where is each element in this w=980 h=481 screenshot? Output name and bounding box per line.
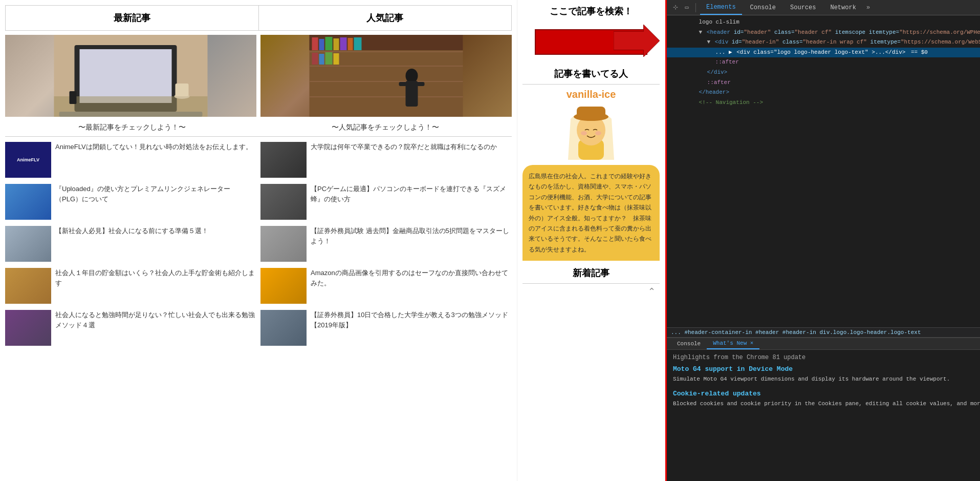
tab-console[interactable]: Console	[744, 0, 782, 15]
article-item[interactable]: 【証券外務員試験 過去問】金融商品取引法の5択問題をマスターしよう！	[260, 226, 512, 262]
articles-two-col: AnimeFLVAnimeFLVは閉鎖してない！見れない時の対処法をお伝えします…	[5, 142, 512, 352]
tree-line-header-close[interactable]: </header>	[667, 88, 980, 98]
article-item[interactable]: 【PCゲームに最適】パソコンのキーボードを連打できる『スズメ蜂』の使い方	[260, 184, 512, 220]
devtools-body: logo cl-slim ▼ <header id="header" class…	[667, 15, 980, 327]
article-item[interactable]: 【新社会人必見】社会人になる前にする準備５選！	[5, 226, 256, 262]
more-tabs-icon[interactable]: »	[866, 4, 870, 11]
devtools-topbar: ⊹ ▭ Elements Console Sources Network » 4…	[667, 0, 980, 15]
article-thumb-shinshakaijin	[5, 226, 51, 262]
svg-rect-19	[348, 38, 353, 50]
article-title: 『Uploaded』の使い方とプレミアムリンクジェネレーター（PLG）について	[55, 184, 256, 204]
captions-row: 〜最新記事をチェックしよう！〜 〜人気記事をチェックしよう！〜	[5, 123, 512, 137]
article-thumb-savings	[5, 268, 51, 304]
article-thumb-study	[5, 310, 51, 346]
scroll-up-icon[interactable]: ⌃	[648, 286, 656, 297]
latest-caption: 〜最新記事をチェックしよう！〜	[5, 123, 258, 132]
tab-network[interactable]: Network	[824, 0, 862, 15]
elements-tree-panel: logo cl-slim ▼ <header id="header" class…	[667, 15, 980, 327]
whats-new-content: Highlights from the Chrome 81 update Mot…	[667, 350, 980, 481]
article-thumb-amazon	[260, 268, 307, 304]
article-thumb-shokennews	[260, 310, 307, 346]
article-thumb-finance-exam	[260, 226, 307, 262]
tree-line-logo[interactable]: logo cl-slim	[667, 17, 980, 28]
article-item[interactable]: 『Uploaded』の使い方とプレミアムリンクジェネレーター（PLG）について	[5, 184, 256, 220]
tree-line-div-close[interactable]: </div>	[667, 68, 980, 78]
tree-line-header-in[interactable]: ▼ <div id="header-in" class="header-in w…	[667, 37, 980, 48]
bottom-tab-bar: Console What's New × ×	[667, 338, 980, 350]
article-title: 大学院は何年で卒業できるの？院卒だと就職は有利になるのか	[311, 142, 497, 152]
svg-rect-4	[54, 96, 208, 117]
svg-rect-10	[310, 51, 463, 52]
article-item[interactable]: 大学院は何年で卒業できるの？院卒だと就職は有利になるのか	[260, 142, 512, 178]
bottom-tab-console[interactable]: Console	[671, 339, 707, 349]
tree-line-after2[interactable]: ::after	[667, 78, 980, 88]
top-categories: 最新記事 人気記事	[5, 5, 512, 31]
tree-line-header[interactable]: ▼ <header id="header" class="header cf" …	[667, 28, 980, 38]
article-item[interactable]: 社会人になると勉強時間が足りない？忙しい社会人でも出来る勉強メソッド４選	[5, 310, 256, 346]
middle-panel: ここで記事を検索！ 記事を書いてる人 vanilla-ice	[517, 0, 665, 481]
article-title: 【PCゲームに最適】パソコンのキーボードを連打できる『スズメ蜂』の使い方	[311, 184, 512, 204]
svg-marker-29	[614, 25, 660, 57]
svg-point-25	[406, 69, 418, 83]
tree-line-after1[interactable]: ::after	[667, 57, 980, 68]
bottom-tab-whatsnew[interactable]: What's New ×	[707, 338, 759, 349]
news-item-2: Cookie-related updates Blocked cookies a…	[673, 390, 980, 408]
news-desc-2: Blocked cookies and cookie priority in t…	[673, 400, 980, 408]
new-articles-label: 新着記事	[522, 267, 660, 284]
author-avatar-container	[522, 103, 660, 162]
search-section-label: ここで記事を検索！	[522, 5, 660, 17]
svg-rect-16	[325, 37, 333, 50]
svg-rect-13	[310, 96, 463, 97]
svg-rect-11	[310, 66, 463, 67]
author-card: 広島県在住の社会人。これまでの経験や好きなものを活かし、資格関連や、スマホ・パソ…	[522, 165, 660, 261]
news-item-1: Moto G4 support in Device Mode Simulate …	[673, 365, 980, 384]
svg-rect-21	[312, 53, 318, 65]
author-avatar-svg	[565, 103, 617, 160]
search-arrow-area	[522, 22, 660, 62]
article-item[interactable]: 【証券外務員】10日で合格した大学生が教える3つの勉強メソッド【2019年版】	[260, 310, 512, 346]
svg-rect-2	[80, 49, 172, 103]
devtools-panel: ⊹ ▭ Elements Console Sources Network » 4…	[665, 0, 980, 481]
svg-rect-20	[354, 37, 362, 50]
tree-line-nav-comment[interactable]: <!-- Navigation -->	[667, 98, 980, 108]
bottom-panel: Console What's New × × Highlights from t…	[667, 338, 980, 481]
tab-elements[interactable]: Elements	[700, 0, 742, 15]
svg-rect-18	[340, 37, 347, 50]
article-title: 【証券外務員】10日で合格した大学生が教える3つの勉強メソッド【2019年版】	[311, 310, 512, 330]
left-panel: 最新記事 人気記事	[0, 0, 517, 481]
svg-point-35	[595, 131, 601, 135]
inspect-icon[interactable]: ⊹	[671, 3, 680, 12]
svg-rect-6	[176, 83, 189, 96]
latest-articles-heading: 最新記事	[6, 6, 259, 30]
arrow-icon	[614, 24, 660, 57]
svg-rect-15	[319, 39, 324, 50]
svg-rect-23	[325, 52, 333, 65]
scroll-up-button-container[interactable]: ⌃	[522, 284, 660, 299]
highlights-text: Highlights from the Chrome 81 update	[673, 354, 980, 361]
svg-rect-26	[406, 81, 418, 107]
tab-sources[interactable]: Sources	[784, 0, 822, 15]
svg-rect-22	[319, 54, 324, 65]
library-image	[260, 35, 512, 117]
svg-point-34	[581, 131, 587, 135]
device-mode-icon[interactable]: ▭	[682, 3, 691, 12]
article-item[interactable]: Amazonの商品画像を引用するのはセーフなのか直接問い合わせてみた。	[260, 268, 512, 304]
article-title: Amazonの商品画像を引用するのはセーフなのか直接問い合わせてみた。	[311, 268, 512, 288]
author-section-label: 記事を書いてる人	[522, 68, 660, 85]
news-title-2[interactable]: Cookie-related updates	[673, 390, 980, 398]
article-item[interactable]: AnimeFLVAnimeFLVは閉鎖してない！見れない時の対処法をお伝えします…	[5, 142, 256, 178]
svg-rect-33	[577, 107, 605, 118]
popular-articles-heading: 人気記事	[259, 6, 512, 30]
article-item[interactable]: 社会人１年目の貯金額はいくら？社会人の上手な貯金術も紹介します	[5, 268, 256, 304]
popular-articles-col: 大学院は何年で卒業できるの？院卒だと就職は有利になるのか【PCゲームに最適】パソ…	[260, 142, 512, 352]
news-title-1[interactable]: Moto G4 support in Device Mode	[673, 365, 980, 373]
svg-rect-24	[334, 53, 339, 65]
article-title: AnimeFLVは閉鎖してない！見れない時の対処法をお伝えします。	[55, 142, 252, 152]
article-title: 社会人になると勉強時間が足りない？忙しい社会人でも出来る勉強メソッド４選	[55, 310, 256, 330]
article-title: 【証券外務員試験 過去問】金融商品取引法の5択問題をマスターしよう！	[311, 226, 512, 246]
popular-caption: 〜人気記事をチェックしよう！〜	[258, 123, 512, 132]
news-desc-1: Simulate Moto G4 viewport dimensions and…	[673, 375, 980, 384]
tree-line-logo-div[interactable]: ... ▶ <div class="logo logo-header logo-…	[667, 48, 980, 58]
svg-rect-7	[70, 91, 77, 104]
article-thumb-keyboard	[260, 184, 307, 220]
